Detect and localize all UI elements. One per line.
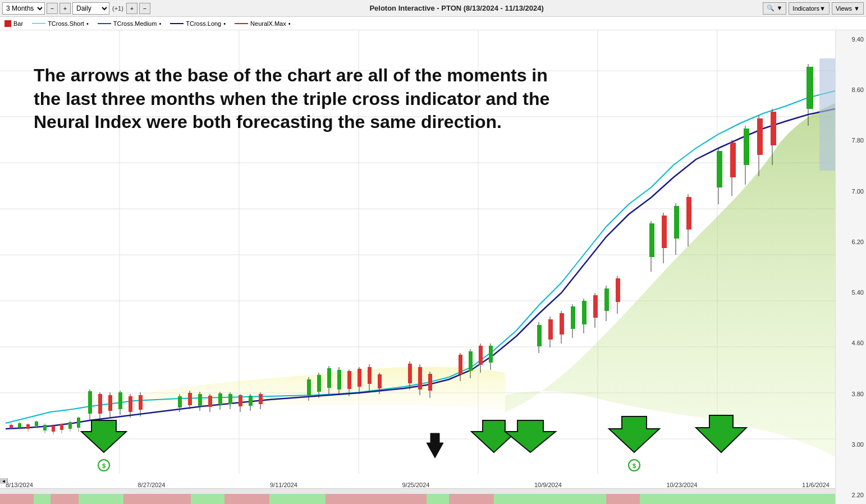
svg-rect-140 bbox=[0, 494, 34, 504]
chart-main[interactable]: $ $ The arrows at the base of the chart … bbox=[0, 30, 835, 504]
price-axis: 9.40 8.60 7.80 7.00 6.20 5.40 4.60 3.80 … bbox=[835, 30, 866, 504]
svg-text:$: $ bbox=[102, 462, 106, 469]
bar-color-box bbox=[4, 20, 11, 27]
price-4-60: 4.60 bbox=[838, 340, 864, 346]
date-label-3: 9/25/2024 bbox=[402, 482, 429, 488]
svg-rect-141 bbox=[34, 494, 51, 504]
chart-area: $ $ The arrows at the base of the chart … bbox=[0, 30, 866, 504]
svg-rect-143 bbox=[79, 494, 123, 504]
signal-bar bbox=[0, 494, 835, 504]
svg-rect-129 bbox=[819, 58, 835, 171]
plus-btn[interactable]: + bbox=[59, 3, 71, 14]
minus-btn[interactable]: − bbox=[47, 3, 58, 14]
scroll-area[interactable]: ◄ bbox=[0, 488, 835, 494]
sub-btn[interactable]: − bbox=[139, 3, 150, 14]
legend-bar-item: Bar bbox=[4, 20, 23, 27]
svg-rect-68 bbox=[327, 368, 331, 388]
price-7-80: 7.80 bbox=[838, 137, 864, 144]
svg-rect-151 bbox=[449, 494, 494, 504]
svg-rect-70 bbox=[337, 370, 341, 390]
svg-rect-50 bbox=[198, 394, 202, 406]
price-6-20: 6.20 bbox=[838, 239, 864, 245]
svg-rect-18 bbox=[18, 423, 21, 428]
svg-rect-122 bbox=[744, 129, 749, 165]
nav-left[interactable]: ◄ bbox=[0, 478, 8, 484]
svg-rect-36 bbox=[98, 394, 102, 414]
svg-rect-124 bbox=[757, 118, 763, 155]
svg-rect-26 bbox=[52, 426, 55, 432]
months-select[interactable]: 3 Months 1 Month 6 Months bbox=[2, 2, 45, 15]
add-btn[interactable]: + bbox=[126, 3, 138, 14]
svg-rect-58 bbox=[239, 395, 242, 406]
svg-rect-80 bbox=[408, 364, 412, 383]
svg-rect-104 bbox=[593, 295, 598, 318]
chart-title: Peloton Interactive - PTON (8/13/2024 - … bbox=[153, 4, 761, 12]
interval-select[interactable]: Daily Weekly bbox=[72, 2, 109, 15]
svg-rect-144 bbox=[123, 494, 191, 504]
bar-label: Bar bbox=[13, 20, 23, 27]
legend-neuralx: NeuralX.Max • bbox=[235, 20, 290, 27]
annotation-text: The arrows at the base of the chart are … bbox=[34, 64, 572, 134]
neuralx-dot: • bbox=[288, 20, 291, 27]
svg-rect-24 bbox=[43, 425, 47, 430]
svg-rect-145 bbox=[191, 494, 224, 504]
svg-rect-147 bbox=[269, 494, 326, 504]
svg-rect-30 bbox=[68, 422, 72, 429]
date-label-6: 11/6/2024 bbox=[802, 482, 830, 488]
date-label-5: 10/23/2024 bbox=[666, 482, 697, 488]
svg-rect-118 bbox=[717, 151, 722, 187]
svg-rect-98 bbox=[560, 313, 564, 335]
svg-rect-106 bbox=[604, 288, 609, 311]
date-label-0: 8/13/2024 bbox=[6, 482, 33, 488]
svg-marker-133 bbox=[427, 433, 443, 458]
date-label-2: 9/11/2024 bbox=[270, 482, 297, 488]
svg-rect-54 bbox=[218, 393, 222, 405]
svg-rect-155 bbox=[707, 494, 835, 504]
svg-rect-154 bbox=[640, 494, 707, 504]
svg-rect-76 bbox=[368, 367, 372, 384]
svg-rect-56 bbox=[228, 394, 232, 404]
tcross-short-line bbox=[32, 23, 45, 24]
legend-tcross-long: TCross.Long • bbox=[170, 20, 226, 27]
svg-rect-64 bbox=[307, 379, 311, 395]
svg-rect-153 bbox=[606, 494, 640, 504]
tcross-long-dot: • bbox=[223, 20, 226, 27]
search-button[interactable]: 🔍 ▼ bbox=[763, 2, 786, 15]
tcross-medium-label: TCross.Medium bbox=[113, 20, 157, 27]
neuralx-label: NeuralX.Max bbox=[250, 20, 286, 27]
price-2-20: 2.20 bbox=[838, 492, 864, 498]
tcross-short-dot: • bbox=[86, 20, 89, 27]
legend-tcross-medium: TCross.Medium • bbox=[98, 20, 161, 27]
svg-rect-150 bbox=[427, 494, 449, 504]
svg-rect-66 bbox=[317, 375, 321, 392]
toolbar-left: 3 Months 1 Month 6 Months − + Daily Week… bbox=[2, 2, 150, 15]
svg-rect-114 bbox=[674, 206, 679, 239]
views-button[interactable]: Views ▼ bbox=[832, 2, 864, 15]
svg-rect-148 bbox=[326, 494, 359, 504]
svg-rect-90 bbox=[479, 346, 483, 365]
tcross-long-line bbox=[170, 23, 184, 24]
price-7-00: 7.00 bbox=[838, 188, 864, 195]
neuralx-line bbox=[235, 23, 248, 24]
svg-rect-108 bbox=[616, 278, 620, 302]
svg-rect-126 bbox=[771, 112, 776, 145]
svg-rect-20 bbox=[26, 424, 30, 429]
svg-rect-128 bbox=[807, 67, 813, 109]
svg-rect-52 bbox=[208, 396, 212, 407]
price-3-00: 3.00 bbox=[838, 441, 864, 448]
date-label-4: 10/9/2024 bbox=[534, 482, 562, 488]
svg-rect-92 bbox=[489, 346, 493, 363]
svg-marker-135 bbox=[505, 420, 556, 452]
svg-rect-38 bbox=[108, 395, 112, 411]
svg-rect-48 bbox=[188, 393, 192, 405]
price-3-80: 3.80 bbox=[838, 391, 864, 397]
svg-rect-116 bbox=[686, 197, 691, 230]
svg-rect-120 bbox=[730, 143, 736, 177]
date-axis: 8/13/2024 8/27/2024 9/11/2024 9/25/2024 … bbox=[0, 482, 835, 488]
svg-rect-152 bbox=[494, 494, 606, 504]
legend-bar: Bar TCross.Short • TCross.Medium • TCros… bbox=[0, 17, 866, 30]
svg-rect-16 bbox=[10, 425, 13, 428]
svg-rect-28 bbox=[60, 424, 63, 430]
tcross-long-label: TCross.Long bbox=[186, 20, 221, 27]
indicators-button[interactable]: Indicators▼ bbox=[789, 2, 830, 15]
